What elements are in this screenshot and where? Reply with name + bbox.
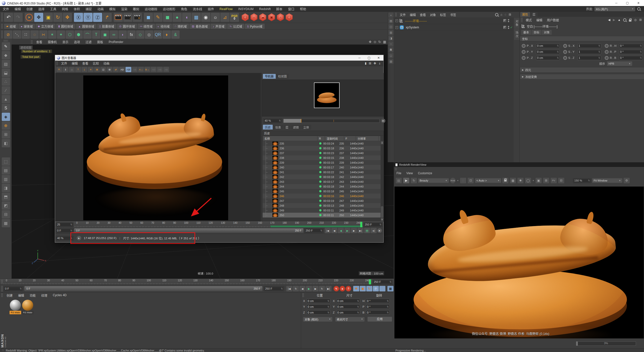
record-objects-icon[interactable]: ✎ bbox=[334, 286, 339, 291]
toolbar-grip[interactable] bbox=[1, 30, 3, 39]
prev-frame-icon[interactable]: ◀ bbox=[331, 228, 337, 233]
object-manager-menu-item[interactable]: 标签 bbox=[438, 13, 448, 17]
left-tool-13-icon[interactable]: ⬚ bbox=[2, 157, 10, 166]
open-image-icon[interactable]: ⇱ bbox=[56, 67, 62, 72]
panel-grip[interactable] bbox=[395, 167, 397, 170]
key-circle-icon[interactable] bbox=[605, 44, 609, 48]
renderview-menu-item[interactable]: Customize bbox=[415, 171, 435, 175]
history-row[interactable]: 248 00:03:13 248 1440x1440 bbox=[263, 203, 381, 208]
prev-frame-icon[interactable]: ◀ bbox=[299, 286, 305, 291]
field-button[interactable]: ▨ 着色器域 bbox=[189, 24, 210, 29]
points-mode-icon[interactable]: ∴ bbox=[2, 77, 10, 86]
history-column-header[interactable]: F bbox=[344, 136, 356, 141]
attribute-sub-tab[interactable]: 对象 bbox=[542, 30, 552, 35]
prev-image-icon[interactable]: ⇡ bbox=[75, 67, 81, 72]
pv-detail-tab[interactable]: 历史 bbox=[263, 125, 273, 129]
menu-item[interactable]: 运动图形 bbox=[160, 7, 178, 11]
history-row[interactable]: 247 00:03:19 247 1440x1440 bbox=[263, 198, 381, 203]
play-forward-icon[interactable]: ▶ bbox=[344, 228, 350, 233]
apply-button[interactable]: 应用 bbox=[368, 317, 392, 322]
compare-ab-1-icon[interactable]: AD bbox=[151, 67, 156, 72]
panel-grip[interactable] bbox=[56, 61, 58, 65]
left-tool-18-icon[interactable]: ◩ bbox=[2, 201, 10, 210]
diamond-field-icon[interactable]: ◇ bbox=[136, 30, 144, 39]
panel-grip[interactable] bbox=[521, 18, 522, 22]
keyframe-help-icon[interactable]: ? bbox=[346, 286, 351, 291]
object-name[interactable]: xpSystem bbox=[406, 26, 419, 29]
object-manager-menu-item[interactable]: 编辑 bbox=[408, 13, 418, 17]
scale-tool-icon[interactable]: ▣ bbox=[44, 13, 53, 22]
object-manager-menu-item[interactable]: 文件 bbox=[398, 13, 408, 17]
interface-select[interactable]: RS (用户)▼ bbox=[594, 7, 635, 11]
send-to-pv-icon[interactable]: PV bbox=[551, 178, 557, 183]
history-column-header[interactable]: 分辨率 bbox=[356, 136, 379, 141]
goto-start-icon[interactable]: |◀ bbox=[325, 228, 331, 233]
viewport-grip[interactable] bbox=[31, 40, 32, 44]
swap-ab-icon[interactable]: ⇄ bbox=[113, 67, 119, 72]
object-row-environment[interactable]: + 0 --------环境-------- bbox=[394, 17, 514, 24]
history-row[interactable]: 240 00:03:17 240 1440x1440 bbox=[263, 165, 381, 170]
panel-grip[interactable] bbox=[395, 13, 397, 17]
redshift-camera-icon[interactable]: ▣ bbox=[268, 13, 275, 21]
maximize-button[interactable]: ▢ bbox=[622, 0, 633, 6]
menu-item[interactable]: Redshift bbox=[256, 7, 273, 11]
cloth-icon[interactable]: ◗ bbox=[118, 30, 127, 39]
mograph-cloner-icon[interactable]: ⋱ bbox=[13, 30, 21, 39]
sphere-wire-icon[interactable]: ◍ bbox=[145, 30, 153, 39]
right-tool-5-icon[interactable]: ◨ bbox=[388, 36, 393, 41]
channel-select[interactable]: RGB bbox=[450, 178, 456, 183]
next-frame-icon[interactable]: ▶ bbox=[351, 228, 357, 233]
right-tool-6-icon[interactable]: ∷ bbox=[388, 41, 393, 47]
menu-item[interactable]: 插件 bbox=[205, 7, 217, 11]
convert-editable-icon[interactable]: ✎ bbox=[2, 42, 10, 51]
workplane-lock-icon[interactable]: ⊞ bbox=[2, 130, 10, 139]
enable-dots-icon[interactable] bbox=[508, 26, 509, 29]
field-button[interactable]: ∴ 随机域 bbox=[172, 24, 189, 29]
single-view-icon[interactable]: ▮ bbox=[365, 62, 367, 65]
move-tool-icon[interactable]: ✥ bbox=[34, 13, 43, 22]
field-button[interactable]: ↦ 线性域 bbox=[138, 24, 155, 29]
value-input[interactable]: 0 cm⇅ bbox=[336, 310, 360, 315]
history-row[interactable]: 245 00:03:18 245 1440x1440 bbox=[263, 189, 381, 194]
mograph-fracture-icon[interactable]: ◌ bbox=[30, 30, 39, 39]
range-end-input[interactable]: 250 F⇅ bbox=[264, 286, 284, 291]
object-name[interactable]: --------环境-------- bbox=[405, 19, 427, 23]
viewport-menu-item[interactable]: 过滤 bbox=[83, 40, 94, 44]
menu-item[interactable]: 帮助 bbox=[297, 7, 309, 11]
search-icon[interactable] bbox=[495, 13, 498, 16]
light-icon[interactable]: ☼ bbox=[211, 13, 220, 22]
side-tab[interactable]: 场次 bbox=[514, 29, 519, 40]
check-icon[interactable]: ✓ bbox=[510, 26, 513, 29]
pv-menu-item[interactable]: 查看 bbox=[80, 61, 91, 65]
order-select[interactable]: HPB▼ bbox=[607, 61, 632, 66]
start-ipr-icon[interactable]: ▶ bbox=[403, 178, 409, 183]
channel-dropdown-icon[interactable]: ▼ bbox=[457, 180, 459, 182]
compare-ad-icon[interactable]: AD bbox=[119, 67, 125, 72]
view-label[interactable]: 透视视图 bbox=[19, 46, 33, 50]
mograph-cloner-off-icon[interactable]: ⊘ bbox=[4, 30, 12, 39]
add-panel-icon[interactable]: ⊞ bbox=[509, 13, 511, 16]
filmstrip-icon[interactable]: ▤ bbox=[69, 67, 75, 72]
redshift-logo-icon[interactable]: R bbox=[388, 47, 393, 52]
object-manager-menu-item[interactable]: 对象 bbox=[428, 13, 438, 17]
mograph-matrix-icon[interactable]: ∷ bbox=[22, 30, 30, 39]
qr-code-icon[interactable]: QR bbox=[154, 30, 162, 39]
dual-view-icon[interactable]: ⊞ bbox=[369, 62, 371, 65]
value-input[interactable]: 1⇅ bbox=[578, 44, 601, 48]
key-circle-icon[interactable] bbox=[563, 50, 567, 54]
attribute-tab[interactable]: 层 bbox=[531, 12, 538, 17]
undo-icon[interactable]: ↶ bbox=[4, 13, 13, 22]
right-tool-4-icon[interactable]: ▥ bbox=[388, 30, 393, 35]
key-circle-icon[interactable] bbox=[563, 56, 567, 60]
pv-info-play-icon[interactable]: ▶ bbox=[77, 236, 81, 240]
field-button[interactable]: ▮ 圆柱体域 bbox=[56, 24, 75, 29]
copy-image-icon[interactable]: ⊟ bbox=[558, 178, 564, 183]
enable-dots-icon[interactable] bbox=[508, 19, 509, 22]
simulate-icon[interactable]: S bbox=[2, 104, 10, 112]
edges-mode-icon[interactable]: ∕ bbox=[2, 86, 10, 95]
current-frame-input[interactable]: 0 F⇅ bbox=[4, 286, 23, 291]
value-input[interactable]: 0 °⇅ bbox=[619, 56, 643, 60]
panel-grip[interactable] bbox=[302, 293, 304, 297]
pv-detail-tab[interactable]: 滤镜 bbox=[291, 125, 301, 129]
value-input[interactable]: 0 cm⇅ bbox=[336, 304, 360, 309]
